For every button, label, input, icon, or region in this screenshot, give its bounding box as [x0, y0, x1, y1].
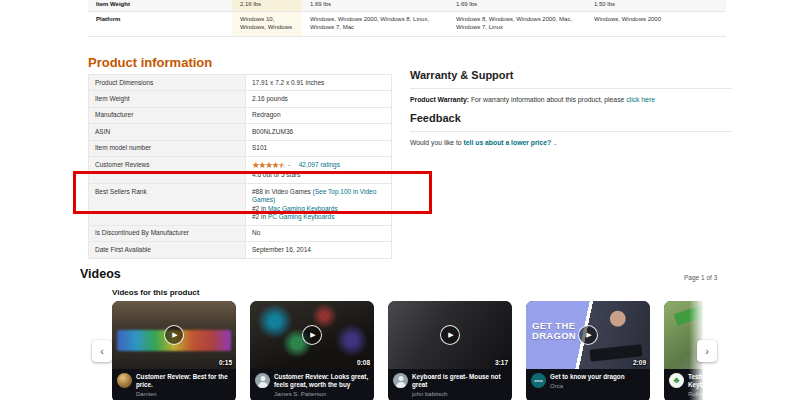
- rank-text: #2 in: [252, 213, 268, 220]
- video-card[interactable]: ▶ 0:15 Customer Review: Best for the pri…: [112, 301, 236, 400]
- rank-line: #88 in Video Games (See Top 100 in Video…: [252, 188, 385, 205]
- rank-line: #2 in Mac Gaming Keyboards: [252, 205, 385, 213]
- comparison-row-label: Item Weight: [88, 0, 232, 12]
- video-author: john babitsch: [412, 391, 507, 397]
- play-icon[interactable]: ▶: [164, 325, 184, 345]
- video-title: Keyboard is great- Mouse not great: [412, 373, 507, 389]
- video-meta: orca Get to know your dragon Orca: [526, 369, 650, 393]
- row-value: No: [246, 225, 392, 241]
- warranty-label: Product Warranty:: [410, 96, 469, 103]
- comparison-row-label: Platform: [88, 12, 232, 37]
- mac-gaming-keyboards-link[interactable]: Mac Gaming Keyboards: [268, 205, 338, 212]
- table-row: Is Discontinued By Manufacturer No: [89, 225, 392, 241]
- video-author: Damien: [136, 391, 231, 397]
- ratings-count-link[interactable]: 42,097 ratings: [299, 161, 340, 168]
- video-title: Get to know your dragon: [550, 373, 625, 381]
- video-duration: 2:09: [633, 359, 646, 366]
- reviews-dropdown-caret-icon[interactable]: ⌄: [287, 161, 292, 167]
- rank-text: #88 in Video Games: [252, 188, 313, 195]
- person-avatar-icon: [393, 373, 408, 388]
- cell-text: Windows 10, Windows, Windows 8, Mac, Win…: [240, 16, 294, 32]
- video-duration: 0:15: [219, 359, 232, 366]
- row-value: #88 in Video Games (See Top 100 in Video…: [246, 184, 392, 226]
- video-thumbnail: ▶ 0:15: [112, 301, 236, 369]
- comparison-cell: Windows, Windows 2000: [586, 12, 726, 37]
- palm-avatar-icon: [669, 373, 684, 388]
- video-meta: Testing the Keyboard Robin's Tests: [664, 369, 703, 400]
- table-row-customer-reviews: Customer Reviews ★★★★★★★★★★⌄42,097 ratin…: [89, 157, 392, 184]
- video-meta: Customer Review: Best for the price. Dam…: [112, 369, 236, 400]
- row-label: Customer Reviews: [89, 157, 246, 184]
- thumbnail-text: GET THEDRAGON: [532, 321, 576, 341]
- video-thumbnail: GET THEDRAGON ▶ 2:09: [526, 301, 650, 369]
- comparison-table: Item Weight 2.16 lbs 1.69 lbs 1.69 lbs 1…: [88, 0, 726, 37]
- table-row-best-sellers-rank: Best Sellers Rank #88 in Video Games (Se…: [89, 184, 392, 226]
- row-label: Best Sellers Rank: [89, 184, 246, 226]
- comparison-cell: 1.50 lbs: [586, 0, 726, 12]
- comparison-cell: Windows, Windows 2000, Windows 8, Linux,…: [302, 12, 448, 37]
- video-thumbnail: ▶ 3:17: [388, 301, 512, 369]
- table-row: Date First Available September 16, 2014: [89, 242, 392, 258]
- cell-text: Windows 8, Windows, Windows 2000, Mac, W…: [456, 16, 578, 31]
- video-card[interactable]: ▶ 0:08 Customer Review: Looks great, fee…: [250, 301, 374, 400]
- click-here-link[interactable]: click here: [626, 96, 655, 103]
- video-author: Robin's Tests: [688, 391, 703, 397]
- cell-text: Windows, Windows 2000, Windows 8, Linux,…: [310, 16, 440, 31]
- cell-text: Windows, Windows 2000: [594, 16, 718, 24]
- carousel-prev-button[interactable]: ‹: [92, 340, 112, 362]
- stars-fill: ★★★★★: [252, 161, 282, 170]
- play-icon[interactable]: ▶: [440, 325, 460, 345]
- row-value: B00NLZUM36: [246, 124, 392, 140]
- rating-subtext: 4.6 out of 5 stars: [252, 171, 385, 179]
- video-author: James S. Patterson: [274, 391, 369, 397]
- thumb-text-line: DRAGON: [532, 330, 576, 341]
- rank-text: #2 in: [252, 205, 268, 212]
- person-avatar-icon: [255, 373, 270, 388]
- right-column: Warranty & Support Product Warranty: For…: [410, 69, 732, 155]
- play-icon[interactable]: ▶: [302, 325, 322, 345]
- pc-gaming-keyboards-link[interactable]: PC Gaming Keyboards: [268, 213, 334, 220]
- video-card[interactable]: GET THEDRAGON ▶ 2:09 orca Get to know yo…: [526, 301, 650, 400]
- row-label: Product Dimensions: [89, 75, 246, 91]
- row-label: Date First Available: [89, 242, 246, 258]
- feedback-caret-icon[interactable]: ⌄: [553, 140, 558, 146]
- video-meta: Keyboard is great- Mouse not great john …: [388, 369, 512, 400]
- video-duration: 0:08: [357, 359, 370, 366]
- warranty-support-heading: Warranty & Support: [410, 69, 732, 89]
- video-meta: Customer Review: Looks great, feels grea…: [250, 369, 374, 400]
- banner-ribbon: [674, 301, 703, 325]
- row-value: ★★★★★★★★★★⌄42,097 ratings 4.6 out of 5 s…: [246, 157, 392, 184]
- row-label: Item model number: [89, 140, 246, 156]
- comparison-cell: Windows 8, Windows, Windows 2000, Mac, W…: [448, 12, 586, 37]
- play-icon[interactable]: ▶: [578, 325, 598, 345]
- row-value: Redragon: [246, 107, 392, 123]
- comparison-row-platform: Platform Windows 10, Windows, Windows 8,…: [88, 12, 726, 37]
- table-row: Item Weight 2.16 pounds: [89, 91, 392, 107]
- rank-line: #2 in PC Gaming Keyboards: [252, 213, 385, 221]
- lower-price-link[interactable]: tell us about a lower price?: [464, 139, 552, 146]
- video-thumbnail: ▶ 0:08: [250, 301, 374, 369]
- comparison-row-item-weight: Item Weight 2.16 lbs 1.69 lbs 1.69 lbs 1…: [88, 0, 726, 12]
- comparison-cell-this-product: 2.16 lbs: [232, 0, 302, 12]
- row-label: Item Weight: [89, 91, 246, 107]
- carousel-next-button[interactable]: ›: [697, 340, 717, 362]
- row-label: ASIN: [89, 124, 246, 140]
- videos-subheading: Videos for this product: [112, 288, 199, 297]
- row-value: 2.16 pounds: [246, 91, 392, 107]
- table-row: Manufacturer Redragon: [89, 107, 392, 123]
- comparison-cell: 1.69 lbs: [448, 0, 586, 12]
- warranty-text: Product Warranty: For warranty informati…: [410, 96, 732, 103]
- feedback-heading: Feedback: [410, 112, 732, 132]
- video-author: Orca: [550, 383, 625, 389]
- row-value: S101: [246, 140, 392, 156]
- table-row: ASIN B00NLZUM36: [89, 124, 392, 140]
- video-title: Testing the Keyboard: [688, 373, 703, 389]
- video-card[interactable]: ▶ 3:17 Keyboard is great- Mouse not grea…: [388, 301, 512, 400]
- video-title: Customer Review: Best for the price.: [136, 373, 231, 389]
- row-value: 17.91 x 7.2 x 0.91 inches: [246, 75, 392, 91]
- table-row: Product Dimensions 17.91 x 7.2 x 0.91 in…: [89, 75, 392, 91]
- row-label: Manufacturer: [89, 107, 246, 123]
- page-indicator: Page 1 of 3: [684, 274, 717, 281]
- comparison-cell: 1.69 lbs: [302, 0, 448, 12]
- table-row: Item model number S101: [89, 140, 392, 156]
